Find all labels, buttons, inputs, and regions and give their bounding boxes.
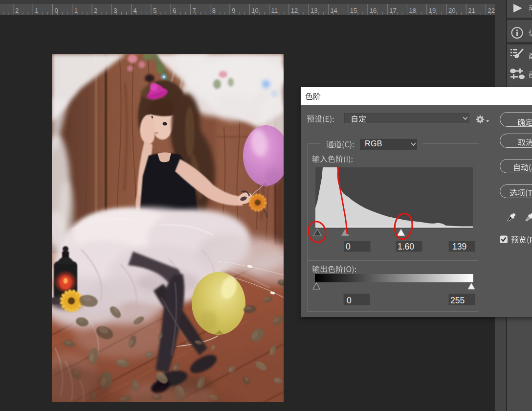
svg-text:18: 18 [409,7,416,14]
svg-text:20: 20 [448,7,455,14]
svg-text:12: 12 [291,7,298,14]
svg-text:17: 17 [389,7,396,14]
svg-text:10: 10 [251,7,258,14]
svg-text:16: 16 [370,7,377,14]
svg-text:14: 14 [330,7,337,14]
svg-text:22: 22 [488,7,495,14]
svg-text:13: 13 [310,7,317,14]
svg-text:19: 19 [429,7,436,14]
svg-text:15: 15 [350,7,357,14]
svg-text:21: 21 [468,7,475,14]
svg-text:11: 11 [271,7,278,14]
